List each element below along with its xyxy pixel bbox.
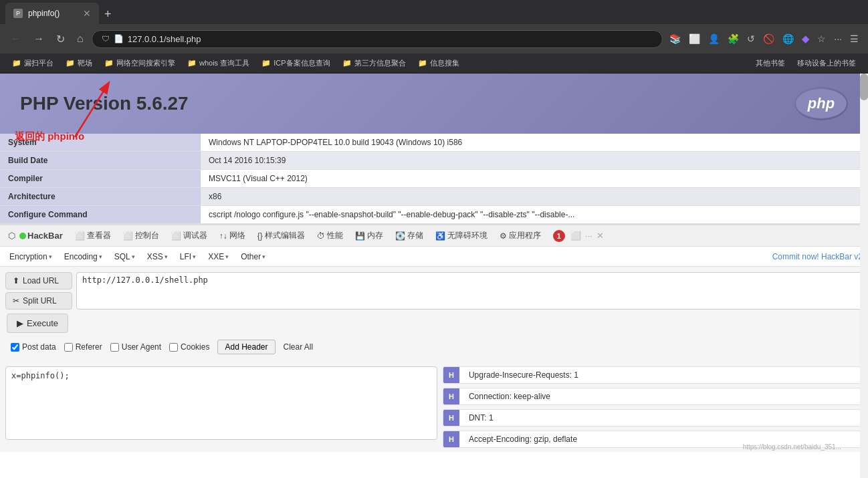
translate-button[interactable]: 🌐 — [780, 31, 796, 47]
hackbar-toolbar: ⬡ HackBar ⬜查看器 ⬜控制台 ⬜调试器 ↑↓网络 {}样式编辑器 ⏱性… — [0, 225, 868, 247]
bookmark-leakage[interactable]: 📁 漏扫平台 — [7, 57, 59, 70]
cookies-checkbox[interactable] — [169, 343, 178, 352]
bookmark-icp[interactable]: 📁 ICP备案信息查询 — [256, 57, 335, 70]
checkbox-postdata[interactable]: Post data — [11, 342, 56, 352]
scrollbar[interactable] — [860, 74, 868, 478]
url-input[interactable] — [76, 272, 863, 310]
tabs-button[interactable]: ⬜ — [686, 31, 703, 47]
folder-icon: 📁 — [12, 59, 21, 68]
hackbar-indicator — [19, 233, 26, 239]
toolbar-network[interactable]: ↑↓网络 — [214, 227, 251, 244]
split-url-icon: ✂ — [13, 296, 19, 306]
toolbar-storage[interactable]: 💽存储 — [390, 227, 429, 244]
checkbox-useragent[interactable]: User Agent — [110, 342, 161, 352]
extensions-button[interactable]: 🧩 — [725, 31, 742, 47]
refresh-button[interactable]: ↻ — [52, 30, 69, 48]
tab-close-button[interactable]: ✕ — [83, 8, 91, 19]
toolbar-perf[interactable]: ⏱性能 — [312, 227, 348, 244]
postdata-checkbox[interactable] — [11, 343, 19, 352]
star-button[interactable]: ☆ — [815, 31, 829, 47]
checkbox-referer[interactable]: Referer — [64, 342, 102, 352]
toolbar-console[interactable]: ⬜控制台 — [118, 227, 165, 244]
php-info-label-configure: Configure Command — [0, 206, 201, 223]
execute-row: ▶ Execute — [5, 314, 863, 333]
home-button[interactable]: ⌂ — [73, 30, 88, 47]
execute-button[interactable]: ▶ Execute — [7, 314, 68, 333]
more-button[interactable]: ··· — [831, 31, 845, 47]
hackbar-pick-icon[interactable]: ⬡ — [5, 229, 18, 242]
tab-bar: P phpinfo() ✕ + — [0, 0, 868, 24]
cookies-label: Cookies — [181, 342, 209, 352]
php-info-row-compiler: Compiler MSVC11 (Visual C++ 2012) — [0, 170, 868, 188]
toolbar-app[interactable]: ⚙应用程序 — [494, 227, 546, 244]
lfi-label: LFI — [180, 252, 191, 261]
url-bar[interactable]: 🛡 📄 127.0.0.1/shell.php — [92, 30, 663, 48]
memory-icon: 💾 — [355, 231, 365, 241]
hackbar-options-row: Post data Referer User Agent — [5, 337, 863, 357]
bookmarks-right: 其他书签 移动设备上的书签 — [750, 57, 861, 70]
header-value-2: DNT: 1 — [463, 410, 862, 425]
load-url-button[interactable]: ⬆ Load URL — [5, 272, 72, 289]
tab-phpinfo[interactable]: P phpinfo() ✕ — [5, 3, 99, 24]
network-icon: ↑↓ — [219, 231, 227, 241]
toolbar-debugger[interactable]: ⬜调试器 — [166, 227, 213, 244]
expand-icon[interactable]: ⬜ — [570, 231, 581, 241]
php-info-row-builddate: Build Date Oct 14 2016 10:15:39 — [0, 152, 868, 170]
console-icon: ⬜ — [123, 231, 133, 241]
load-url-icon: ⬆ — [13, 276, 19, 285]
toolbar-style[interactable]: {}样式编辑器 — [252, 227, 310, 244]
bookmark-label: 信息搜集 — [430, 58, 459, 68]
menu-xxe[interactable]: XXE ▾ — [204, 251, 233, 263]
referer-checkbox[interactable] — [64, 343, 73, 352]
bookmark-range[interactable]: 📁 靶场 — [60, 57, 98, 70]
back-nav-button[interactable]: ↺ — [744, 31, 758, 47]
bookmark-whois[interactable]: 📁 whois 查询工具 — [182, 57, 255, 70]
toolbar-viewer[interactable]: ⬜查看器 — [70, 227, 116, 244]
split-url-button[interactable]: ✂ Split URL — [5, 292, 72, 310]
useragent-label: User Agent — [122, 342, 161, 352]
new-tab-button[interactable]: + — [99, 5, 117, 24]
menu-encryption[interactable]: Encryption ▾ — [5, 251, 56, 263]
sql-dropdown: ▾ — [132, 253, 135, 260]
add-header-button[interactable]: Add Header — [217, 340, 275, 354]
xss-label: XSS — [147, 252, 163, 261]
bookmark-other[interactable]: 其他书签 — [750, 57, 790, 70]
more-devtools-icon[interactable]: ··· — [585, 231, 592, 241]
post-data-input[interactable] — [5, 366, 437, 440]
header-value-1: Connection: keep-alive — [463, 389, 862, 404]
hackbar-error-badge: 1 — [553, 230, 565, 242]
php-info-label-system: System — [0, 134, 201, 151]
toolbar-memory[interactable]: 💾内存 — [350, 227, 389, 244]
menu-sql[interactable]: SQL ▾ — [110, 251, 139, 263]
execute-icon: ▶ — [17, 318, 23, 328]
extension-purple[interactable]: ◆ — [799, 31, 812, 47]
clear-all-button[interactable]: Clear All — [284, 342, 314, 352]
php-info-row-configure: Configure Command cscript /nologo config… — [0, 206, 868, 224]
blocked-button[interactable]: 🚫 — [760, 31, 777, 47]
toolbar-access[interactable]: ♿无障碍环境 — [430, 227, 493, 244]
menu-button[interactable]: ☰ — [847, 31, 861, 47]
menu-encoding[interactable]: Encoding ▾ — [60, 251, 106, 263]
profile-button[interactable]: 👤 — [706, 31, 722, 47]
scrollbar-thumb[interactable] — [860, 74, 868, 100]
hackbar: ⬡ HackBar ⬜查看器 ⬜控制台 ⬜调试器 ↑↓网络 {}样式编辑器 ⏱性… — [0, 224, 868, 452]
php-info-value-arch: x86 — [201, 188, 868, 205]
close-devtools-icon[interactable]: ✕ — [596, 231, 604, 241]
checkbox-cookies[interactable]: Cookies — [169, 342, 209, 352]
bookmark-third[interactable]: 📁 第三方信息聚合 — [337, 57, 411, 70]
bookmark-mobile[interactable]: 移动设备上的书签 — [792, 57, 861, 70]
sidebar-button[interactable]: 📚 — [667, 31, 683, 47]
forward-button[interactable]: → — [29, 30, 48, 47]
useragent-checkbox[interactable] — [110, 343, 119, 352]
bookmark-search[interactable]: 📁 网络空间搜索引擎 — [99, 57, 181, 70]
back-button[interactable]: ← — [7, 30, 25, 47]
folder-icon: 📁 — [418, 59, 427, 68]
php-info-value-system: Windows NT LAPTOP-DPOP4TEL 10.0 build 19… — [201, 134, 868, 151]
storage-icon: 💽 — [395, 231, 405, 241]
bookmark-info[interactable]: 📁 信息搜集 — [413, 57, 465, 70]
menu-xss[interactable]: XSS ▾ — [143, 251, 172, 263]
menu-lfi[interactable]: LFI ▾ — [176, 251, 200, 263]
header-badge-0: H — [443, 367, 459, 383]
bookmark-label: whois 查询工具 — [199, 58, 249, 68]
menu-other[interactable]: Other ▾ — [237, 251, 269, 263]
